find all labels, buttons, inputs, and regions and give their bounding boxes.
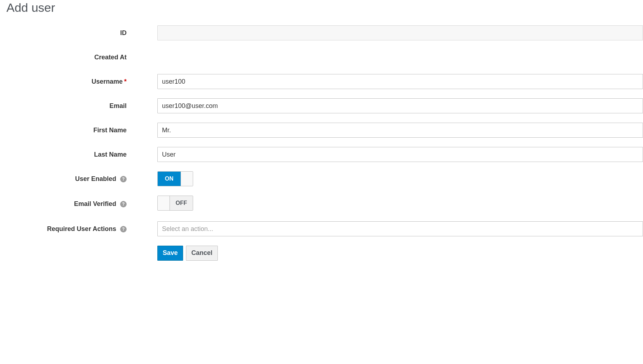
label-email-verified: Email Verified ? — [0, 200, 134, 208]
row-email-verified: Email Verified ? OFF — [0, 196, 643, 212]
row-user-enabled: User Enabled ? ON — [0, 171, 643, 186]
add-user-form: ID Created At Username* Email First Name — [0, 25, 643, 261]
page-title: Add user — [6, 0, 643, 15]
label-created-at: Created At — [0, 54, 134, 61]
cancel-button[interactable]: Cancel — [186, 246, 218, 260]
row-last-name: Last Name — [0, 147, 643, 162]
row-created-at: Created At — [0, 50, 643, 65]
toggle-on-label: ON — [158, 172, 181, 186]
label-first-name: First Name — [0, 127, 134, 134]
id-field — [157, 25, 643, 40]
label-user-enabled: User Enabled ? — [0, 175, 134, 183]
first-name-field[interactable] — [157, 123, 643, 138]
row-required-actions: Required User Actions ? — [0, 221, 643, 236]
row-username: Username* — [0, 74, 643, 89]
last-name-field[interactable] — [157, 147, 643, 162]
user-enabled-toggle[interactable]: ON — [157, 171, 193, 186]
label-username: Username* — [0, 78, 134, 85]
row-buttons: Save Cancel — [0, 246, 643, 261]
help-icon[interactable]: ? — [120, 176, 127, 182]
help-icon[interactable]: ? — [120, 201, 127, 207]
required-indicator-icon: * — [124, 78, 127, 85]
row-first-name: First Name — [0, 123, 643, 138]
email-field[interactable] — [157, 98, 643, 113]
label-email: Email — [0, 102, 134, 110]
toggle-handle — [181, 172, 193, 186]
row-id: ID — [0, 25, 643, 40]
email-verified-toggle[interactable]: OFF — [157, 196, 193, 211]
row-email: Email — [0, 98, 643, 113]
required-actions-select[interactable] — [157, 221, 643, 236]
label-last-name: Last Name — [0, 151, 134, 158]
label-id: ID — [0, 29, 134, 37]
label-required-actions: Required User Actions ? — [0, 225, 134, 233]
toggle-handle — [158, 196, 170, 210]
save-button[interactable]: Save — [157, 246, 183, 260]
username-field[interactable] — [157, 74, 643, 89]
toggle-off-label: OFF — [170, 196, 193, 210]
help-icon[interactable]: ? — [120, 226, 127, 232]
